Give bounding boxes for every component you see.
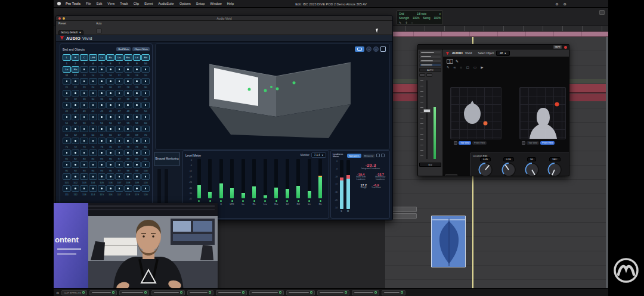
clip-effects-chip[interactable]: CLIP EFFECTS: [61, 290, 86, 295]
object-slot-cell[interactable]: 67: [115, 126, 123, 137]
object-slot-cell[interactable]: 116: [106, 185, 114, 197]
object-slot-cell[interactable]: 44: [89, 102, 97, 113]
object-slot-cell[interactable]: 107: [115, 173, 123, 185]
object-mute-button[interactable]: Object Mute: [132, 47, 150, 51]
track-group-chip[interactable]: [89, 290, 117, 295]
bed-mute-button[interactable]: Bed Mute: [116, 47, 131, 51]
track-group-chip[interactable]: [317, 290, 349, 295]
top-view-button[interactable]: Top View: [527, 141, 539, 145]
object-slot-cell[interactable]: 20: [141, 66, 150, 77]
object-slot-cell[interactable]: 15: [98, 66, 106, 77]
apple-menu-icon[interactable]: [57, 2, 61, 5]
bed-channel-cell[interactable]: Rtf10: [141, 54, 150, 66]
menubar-status-gear-icon[interactable]: ⚙: [555, 2, 558, 6]
object-slot-cell[interactable]: 52: [72, 114, 80, 125]
object-slot-cell[interactable]: 70: [141, 126, 150, 137]
track-group-chip[interactable]: [187, 290, 213, 295]
reset-view-icon[interactable]: ○: [373, 46, 379, 52]
track-group-chip[interactable]: [286, 290, 315, 295]
object-slot-cell[interactable]: 88: [124, 149, 132, 161]
strip-row[interactable]: [419, 51, 441, 54]
reset-meter-icon[interactable]: [376, 154, 380, 157]
object-slot-cell[interactable]: 109: [133, 173, 141, 185]
object-slot-cell[interactable]: 28: [124, 78, 132, 89]
object-slot-cell[interactable]: 106: [106, 173, 114, 185]
room-3d-view[interactable]: ◔ ○: [155, 43, 390, 149]
menu-item-window[interactable]: Window: [210, 2, 222, 5]
swing-value[interactable]: 100%: [434, 17, 441, 20]
menubar-status-gear-icon-2[interactable]: ⚙: [564, 2, 566, 6]
object-slot-cell[interactable]: 72: [72, 138, 80, 149]
binaural-toggle[interactable]: Binaural: [363, 154, 375, 158]
plugin-window-titlebar[interactable]: Audio Vivid: [56, 16, 392, 21]
object-slot-cell[interactable]: 57: [115, 114, 123, 125]
zoom-icon[interactable]: ○: [411, 21, 413, 24]
track-group-chip[interactable]: [151, 290, 185, 295]
object-slot-cell[interactable]: 78: [124, 138, 132, 149]
select-object-dropdown[interactable]: 48 ▾: [496, 51, 509, 56]
object-slot-cell[interactable]: 91: [63, 161, 71, 173]
front-view-button[interactable]: Front View: [472, 141, 487, 145]
object-slot-cell[interactable]: 31: [63, 90, 71, 101]
object-window-titlebar[interactable]: SAFE: [418, 45, 569, 49]
object-slot-cell[interactable]: 100: [141, 161, 150, 173]
grid-dropdown-icon[interactable]: ▾: [439, 13, 441, 15]
object-slot-cell[interactable]: 117: [115, 185, 123, 197]
object-slot-cell[interactable]: 13: [80, 66, 88, 77]
object-slot-cell[interactable]: 73: [80, 138, 88, 149]
bed-channel-cell[interactable]: Rrs8: [124, 54, 132, 66]
mute-button[interactable]: [426, 73, 432, 77]
square-tool-icon[interactable]: ▢: [466, 66, 469, 69]
timeline-ruler[interactable]: [385, 26, 608, 32]
pencil-tool-icon[interactable]: ✎: [447, 66, 450, 69]
object-slot-cell[interactable]: 77: [115, 138, 123, 149]
object-slot-cell[interactable]: 60: [141, 114, 150, 125]
track-group-chip[interactable]: [249, 290, 284, 295]
object-slot-cell[interactable]: 40: [141, 90, 150, 101]
strip-row-selected[interactable]: [419, 63, 441, 67]
object-slot-cell[interactable]: 29: [133, 78, 141, 89]
menu-item-track[interactable]: Track: [120, 2, 128, 5]
fader-value[interactable]: 0.0: [419, 163, 441, 167]
object-slot-cell[interactable]: 32: [72, 90, 80, 101]
safe-button[interactable]: SAFE: [553, 45, 562, 49]
object-slot-cell[interactable]: 114: [89, 185, 97, 197]
object-slot-cell[interactable]: 64: [89, 126, 97, 137]
gear-icon[interactable]: ⚙: [56, 291, 59, 295]
object-slot-cell[interactable]: 110: [141, 173, 150, 185]
object-slot-cell[interactable]: 42: [72, 102, 80, 113]
automation-button[interactable]: [96, 29, 102, 33]
object-slot-cell[interactable]: 25: [98, 78, 106, 89]
object-slot-cell[interactable]: 103: [80, 173, 88, 185]
object-slot-cell[interactable]: 102: [72, 173, 80, 185]
arrow-tool-icon[interactable]: ▶: [481, 66, 483, 69]
object-slot-cell[interactable]: 59: [133, 114, 141, 125]
view-mode-icon[interactable]: [522, 141, 525, 145]
preset-selector[interactable]: factory default ▾: [58, 30, 83, 35]
object-slot-cell[interactable]: 94: [89, 161, 97, 173]
object-slot-cell[interactable]: 45: [98, 102, 106, 113]
bed-channel-cell[interactable]: C3: [80, 54, 88, 66]
record-enable-icon[interactable]: [564, 46, 567, 49]
grid-value[interactable]: 1/8 note: [417, 13, 426, 15]
object-slot-cell[interactable]: 86: [106, 149, 114, 161]
object-slot-cell[interactable]: 36: [106, 90, 114, 101]
marquee-tool-icon[interactable]: ▭: [473, 66, 476, 69]
bed-channel-cell[interactable]: L1: [63, 54, 71, 66]
menu-item-options[interactable]: Options: [179, 2, 191, 5]
object-slot-cell[interactable]: 68: [124, 126, 132, 137]
object-slot-cell[interactable]: 37: [115, 90, 123, 101]
link-tool-icon[interactable]: ∞: [454, 66, 456, 69]
knob-diffusion[interactable]: 0 %Diffusion: [568, 157, 569, 176]
object-slot-cell[interactable]: 75: [98, 138, 106, 149]
object-slot-cell[interactable]: 97: [115, 161, 123, 173]
top-view-button[interactable]: Top View: [459, 141, 471, 145]
track-header-box-2[interactable]: [392, 213, 417, 219]
object-slot-cell[interactable]: 119: [133, 185, 141, 197]
meter-settings-icon[interactable]: [381, 154, 385, 157]
circle-tool-icon[interactable]: ○: [460, 66, 462, 69]
object-slot-cell[interactable]: 46: [106, 102, 114, 113]
object-slot-cell[interactable]: 89: [133, 149, 141, 161]
speakers-toggle[interactable]: Speakers: [347, 154, 361, 158]
bed-channel-cell[interactable]: R2: [72, 54, 80, 66]
